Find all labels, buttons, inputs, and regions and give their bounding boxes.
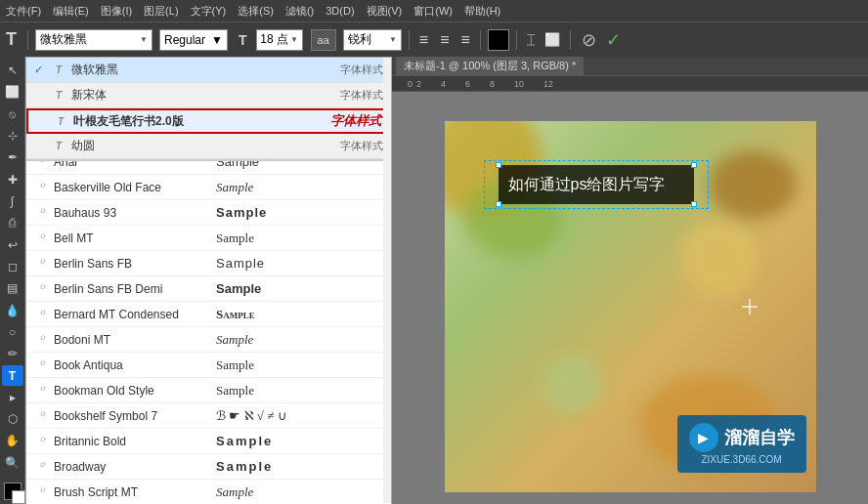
aa-button[interactable]: aa — [311, 29, 336, 51]
font-item-name-4: Bauhaus 93 — [54, 206, 210, 220]
font-item-sample-5: Sample — [216, 231, 254, 246]
align-right-icon[interactable]: ≡ — [458, 29, 473, 51]
font-list-item-12[interactable]: ᴼBookshelf Symbol 7ℬ ☛ ℵ √ ≠ ∪ — [26, 403, 391, 429]
font-list-item-10[interactable]: ᴼBook AntiquaSample — [26, 353, 391, 378]
cancel-button[interactable]: ⊘ — [582, 29, 596, 51]
font-list-item-5[interactable]: ᴼBell MTSample — [26, 226, 391, 251]
toolbar-sep-5 — [570, 30, 571, 50]
font-list-item-13[interactable]: ᴼBritannic BoldSample — [26, 429, 391, 454]
tool-history-brush[interactable]: ↩ — [2, 235, 23, 255]
font-list-item-9[interactable]: ᴼBodoni MTSample — [26, 327, 391, 353]
font-list-item-15[interactable]: ᴼBrush Script MTSample — [26, 480, 391, 504]
3d-text-icon[interactable]: ⬜ — [542, 30, 563, 49]
pinned-font-style-1: 字体样式 — [340, 63, 383, 77]
menu-file[interactable]: 文件(F) — [6, 4, 41, 19]
foreground-color[interactable] — [4, 483, 22, 500]
tool-marquee[interactable]: ⬜ — [2, 82, 23, 102]
tool-stamp[interactable]: ⎙ — [2, 213, 23, 232]
font-size-input[interactable]: 18 点 ▼ — [256, 29, 303, 51]
watermark-site-name: 溜溜自学 — [724, 426, 795, 449]
watermark: ▶ 溜溜自学 ZIXUE.3D66.COM — [677, 415, 806, 473]
menu-image[interactable]: 图像(I) — [101, 4, 132, 19]
canvas-area: 未标题-1 @ 100% (图层 3, RGB/8) * 0 2 4 6 8 1… — [392, 57, 868, 504]
menu-3d[interactable]: 3D(D) — [326, 5, 354, 17]
font-list-item-6[interactable]: ᴼBerlin Sans FBSample — [26, 251, 391, 276]
tool-path-select[interactable]: ▸ — [2, 388, 23, 407]
tool-lasso[interactable]: ⍉ — [2, 105, 23, 124]
tools-panel: ↖ ⬜ ⍉ ⊹ ✒ ✚ ∫ ⎙ ↩ ◻ ▤ 💧 ○ ✏ T ▸ ⬡ ✋ 🔍 — [0, 57, 25, 504]
document-tab[interactable]: 未标题-1 @ 100% (图层 3, RGB/8) * — [396, 57, 584, 75]
tool-text[interactable]: T — [2, 365, 23, 385]
bg-element-6 — [709, 150, 797, 219]
text-box-inner[interactable]: 如何通过ps给图片写字 — [499, 165, 694, 204]
font-type-icon-4: T — [52, 141, 65, 151]
pinned-font-xinsong[interactable]: T 新宋体 字体样式 — [26, 83, 391, 108]
tool-hand[interactable]: ✋ — [2, 431, 23, 450]
font-item-sample-4: Sample — [216, 205, 267, 220]
text-color-swatch[interactable] — [488, 29, 509, 51]
tool-blur[interactable]: 💧 — [2, 300, 23, 319]
menu-view[interactable]: 视图(V) — [367, 4, 403, 19]
align-left-icon[interactable]: ≡ — [416, 29, 431, 51]
tool-pen[interactable]: ✏ — [2, 344, 23, 363]
background-color[interactable] — [12, 490, 25, 504]
tool-eyedropper[interactable]: ✒ — [2, 147, 23, 167]
menu-help[interactable]: 帮助(H) — [464, 4, 500, 19]
scroll-indicator[interactable] — [383, 58, 391, 503]
pinned-font-name-2: 新宋体 — [71, 87, 334, 104]
font-style-dropdown[interactable]: Regular ▼ — [159, 29, 228, 51]
canvas-image[interactable]: 如何通过ps给图片写字 — [445, 121, 816, 492]
font-list-item-3[interactable]: ᴼBaskerville Old FaceSample — [26, 175, 391, 200]
menu-filter[interactable]: 滤镜() — [285, 4, 314, 19]
font-item-name-9: Bodoni MT — [54, 333, 210, 347]
check-icon: ✓ — [34, 63, 46, 76]
tool-shape[interactable]: ⬡ — [2, 409, 23, 429]
font-list-item-8[interactable]: ᴼBernard MT CondensedSample — [26, 302, 391, 327]
menu-select[interactable]: 选择(S) — [238, 4, 274, 19]
style-dropdown-arrow: ▼ — [211, 33, 223, 47]
toolbar-sep-4 — [516, 30, 517, 50]
font-type-icon: T — [52, 64, 65, 75]
text-tool-icon[interactable]: T — [6, 29, 17, 50]
font-list-item-14[interactable]: ᴼBroadwaySample — [26, 454, 391, 480]
pinned-font-name-3: 叶根友毛笔行书2.0版 — [73, 113, 325, 130]
font-dropdown-arrow: ▼ — [140, 35, 148, 44]
font-item-sample-14: Sample — [216, 459, 273, 474]
font-item-name-13: Britannic Bold — [54, 435, 210, 448]
font-size-icon: T — [236, 30, 250, 50]
pinned-fonts-section: ✓ T 微软雅黑 字体样式 T 新宋体 字体样式 T 叶根友毛笔行书2.0版 字… — [26, 58, 391, 160]
tool-gradient[interactable]: ▤ — [2, 278, 23, 298]
font-item-icon-10: ᴼ — [34, 359, 48, 370]
align-center-icon[interactable]: ≡ — [437, 29, 452, 51]
font-list-item-11[interactable]: ᴼBookman Old StyleSample — [26, 378, 391, 403]
pinned-font-yegen[interactable]: T 叶根友毛笔行书2.0版 字体样式 — [26, 108, 391, 134]
menu-layer[interactable]: 图层(L) — [144, 4, 178, 19]
menu-edit[interactable]: 编辑(E) — [53, 4, 89, 19]
aa-label: aa — [318, 34, 329, 46]
font-item-name-2: Arial — [54, 161, 210, 169]
tool-brush[interactable]: ∫ — [2, 191, 23, 211]
pinned-font-youyuan[interactable]: T 幼圆 字体样式 — [26, 134, 391, 159]
font-list-item-7[interactable]: ᴼBerlin Sans FB DemiSample — [26, 276, 391, 302]
menu-text[interactable]: 文字(Y) — [191, 4, 227, 19]
font-list[interactable]: ᴼAlgerianSAMPLEᴼAparajitaSampleᴼArialSam… — [26, 161, 391, 504]
tool-eraser[interactable]: ◻ — [2, 257, 23, 276]
sharp-dropdown[interactable]: 锐利 ▼ — [343, 29, 402, 51]
warp-text-icon[interactable]: ⌶ — [524, 30, 538, 50]
tool-selection[interactable]: ↖ — [2, 61, 23, 80]
tool-crop[interactable]: ⊹ — [2, 126, 23, 146]
menu-window[interactable]: 窗口(W) — [413, 4, 453, 19]
confirm-button[interactable]: ✓ — [606, 29, 621, 51]
font-list-item-2[interactable]: ᴼArialSample — [26, 161, 391, 175]
toolbar-sep-3 — [480, 30, 481, 50]
font-item-icon-11: ᴼ — [34, 385, 48, 396]
pinned-font-weiruan[interactable]: ✓ T 微软雅黑 字体样式 — [26, 58, 391, 83]
font-name-dropdown[interactable]: 微软雅黑 ▼ — [35, 29, 152, 51]
font-item-icon-6: ᴼ — [34, 258, 48, 269]
tool-heal[interactable]: ✚ — [2, 170, 23, 189]
font-item-icon-7: ᴼ — [34, 283, 48, 294]
font-list-item-4[interactable]: ᴼBauhaus 93Sample — [26, 200, 391, 226]
tool-zoom[interactable]: 🔍 — [2, 453, 23, 473]
font-item-name-8: Bernard MT Condensed — [54, 308, 210, 321]
tool-dodge[interactable]: ○ — [2, 322, 23, 342]
